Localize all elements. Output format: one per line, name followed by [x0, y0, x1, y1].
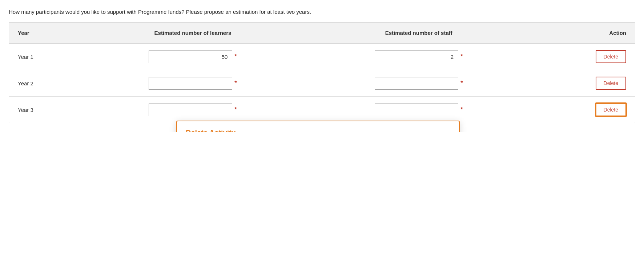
staff-input-year1[interactable]: [375, 50, 458, 63]
staff-cell-year2: *: [306, 70, 532, 97]
modal-header: Delete Activity: [177, 121, 459, 132]
modal-title: Delete Activity: [186, 129, 236, 132]
required-star-learners: *: [234, 53, 237, 60]
staff-cell: *: [306, 44, 532, 70]
required-star-learners3: *: [234, 106, 237, 113]
staff-input-year3[interactable]: [375, 104, 458, 116]
table-row: Year 2 * * Delete: [9, 70, 635, 97]
delete-button-year1[interactable]: Delete: [596, 50, 626, 63]
learners-input-year2[interactable]: [149, 77, 232, 90]
year-label: Year 3: [9, 97, 80, 123]
year-label: Year 2: [9, 70, 80, 97]
participants-table: Year Estimated number of learners Estima…: [9, 23, 635, 123]
learners-cell-year3: *: [80, 97, 306, 123]
delete-button-year2[interactable]: Delete: [596, 77, 626, 90]
action-cell-year3: Delete: [532, 97, 635, 123]
required-star-staff3: *: [460, 106, 463, 113]
required-star-learners2: *: [234, 80, 237, 86]
action-cell-year2: Delete: [532, 70, 635, 97]
staff-cell-year3: *: [306, 97, 532, 123]
table-row: Year 1 * * Delete: [9, 44, 635, 70]
table-row: Year 3 * * Delete: [9, 97, 635, 123]
learners-cell-year2: *: [80, 70, 306, 97]
col-header-year: Year: [9, 23, 80, 44]
col-header-learners: Estimated number of learners: [80, 23, 306, 44]
required-star-staff2: *: [460, 80, 463, 86]
delete-modal: Delete Activity ⚠ Are you sure you want …: [176, 121, 460, 132]
participants-table-container: Year Estimated number of learners Estima…: [9, 22, 635, 123]
learners-cell: *: [80, 44, 306, 70]
learners-input-year1[interactable]: [149, 50, 232, 63]
staff-input-year2[interactable]: [375, 77, 458, 90]
required-star-staff: *: [460, 53, 463, 60]
col-header-action: Action: [532, 23, 635, 44]
delete-button-year3[interactable]: Delete: [596, 103, 626, 116]
intro-text: How many participants would you like to …: [9, 9, 635, 15]
col-header-staff: Estimated number of staff: [306, 23, 532, 44]
action-cell-year1: Delete: [532, 44, 635, 70]
learners-input-year3[interactable]: [149, 104, 232, 116]
year-label: Year 1: [9, 44, 80, 70]
